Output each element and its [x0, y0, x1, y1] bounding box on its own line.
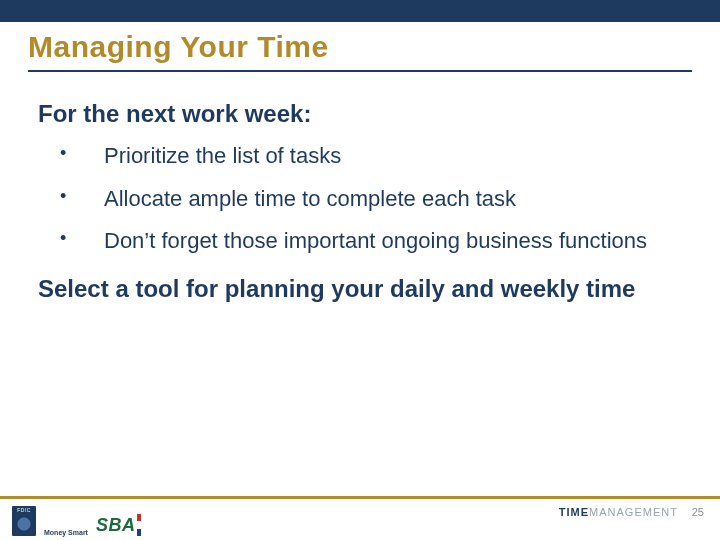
sba-flag-icon: [137, 514, 141, 536]
footer-tag-a: TIME: [559, 506, 589, 518]
top-accent-bar: [0, 0, 720, 22]
slide-body: For the next work week: • Prioritize the…: [38, 100, 682, 304]
bullet-text: Prioritize the list of tasks: [104, 142, 341, 171]
fdic-logo-icon: FDIC: [12, 506, 36, 536]
footer-rule: [0, 496, 720, 499]
title-underline: [28, 70, 692, 72]
sba-logo-icon: SBA: [96, 514, 142, 536]
footer: FDIC Money Smart SBA TIMEMANAGEMENT 25: [0, 496, 720, 540]
footer-right: TIMEMANAGEMENT 25: [559, 506, 704, 518]
footer-logos: FDIC Money Smart SBA: [12, 506, 141, 536]
list-item: • Don’t forget those important ongoing b…: [60, 227, 682, 256]
bullet-icon: •: [60, 142, 104, 165]
bullet-text: Allocate ample time to complete each tas…: [104, 185, 516, 214]
closing-text: Select a tool for planning your daily an…: [38, 274, 682, 304]
footer-tag-b: MANAGEMENT: [589, 506, 678, 518]
page-number: 25: [692, 506, 704, 518]
moneysmart-logo-icon: Money Smart: [44, 529, 88, 536]
sba-text: SBA: [96, 515, 136, 536]
lead-text: For the next work week:: [38, 100, 682, 128]
slide-title: Managing Your Time: [28, 30, 720, 64]
list-item: • Allocate ample time to complete each t…: [60, 185, 682, 214]
fdic-label: FDIC: [12, 507, 36, 513]
bullet-icon: •: [60, 185, 104, 208]
bullet-text: Don’t forget those important ongoing bus…: [104, 227, 647, 256]
list-item: • Prioritize the list of tasks: [60, 142, 682, 171]
bullet-list: • Prioritize the list of tasks • Allocat…: [38, 142, 682, 256]
bullet-icon: •: [60, 227, 104, 250]
